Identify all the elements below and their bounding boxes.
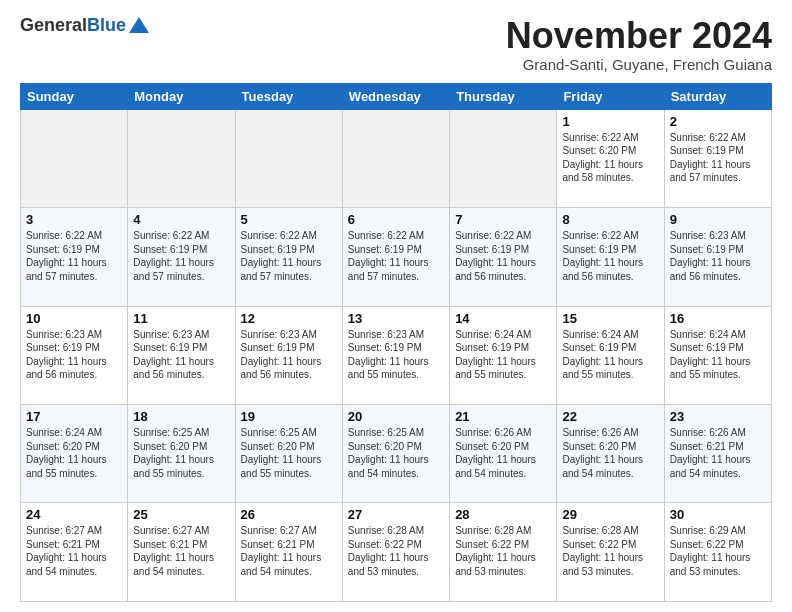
- calendar-cell: 6Sunrise: 6:22 AM Sunset: 6:19 PM Daylig…: [342, 208, 449, 306]
- day-info: Sunrise: 6:28 AM Sunset: 6:22 PM Dayligh…: [562, 524, 658, 578]
- calendar-cell: 8Sunrise: 6:22 AM Sunset: 6:19 PM Daylig…: [557, 208, 664, 306]
- day-number: 4: [133, 212, 229, 227]
- day-number: 26: [241, 507, 337, 522]
- day-info: Sunrise: 6:22 AM Sunset: 6:19 PM Dayligh…: [26, 229, 122, 283]
- day-number: 20: [348, 409, 444, 424]
- calendar-cell: [21, 109, 128, 207]
- day-info: Sunrise: 6:26 AM Sunset: 6:21 PM Dayligh…: [670, 426, 766, 480]
- day-number: 15: [562, 311, 658, 326]
- day-info: Sunrise: 6:27 AM Sunset: 6:21 PM Dayligh…: [26, 524, 122, 578]
- day-info: Sunrise: 6:27 AM Sunset: 6:21 PM Dayligh…: [133, 524, 229, 578]
- day-info: Sunrise: 6:27 AM Sunset: 6:21 PM Dayligh…: [241, 524, 337, 578]
- calendar-cell: 22Sunrise: 6:26 AM Sunset: 6:20 PM Dayli…: [557, 405, 664, 503]
- day-info: Sunrise: 6:22 AM Sunset: 6:19 PM Dayligh…: [562, 229, 658, 283]
- day-number: 13: [348, 311, 444, 326]
- title-area: November 2024 Grand-Santi, Guyane, Frenc…: [506, 16, 772, 73]
- day-number: 30: [670, 507, 766, 522]
- calendar-cell: 13Sunrise: 6:23 AM Sunset: 6:19 PM Dayli…: [342, 306, 449, 404]
- day-number: 10: [26, 311, 122, 326]
- day-info: Sunrise: 6:22 AM Sunset: 6:19 PM Dayligh…: [670, 131, 766, 185]
- calendar-cell: [450, 109, 557, 207]
- day-number: 17: [26, 409, 122, 424]
- day-info: Sunrise: 6:28 AM Sunset: 6:22 PM Dayligh…: [348, 524, 444, 578]
- calendar-cell: 4Sunrise: 6:22 AM Sunset: 6:19 PM Daylig…: [128, 208, 235, 306]
- day-number: 24: [26, 507, 122, 522]
- day-number: 8: [562, 212, 658, 227]
- day-info: Sunrise: 6:23 AM Sunset: 6:19 PM Dayligh…: [670, 229, 766, 283]
- day-info: Sunrise: 6:28 AM Sunset: 6:22 PM Dayligh…: [455, 524, 551, 578]
- day-number: 23: [670, 409, 766, 424]
- day-number: 2: [670, 114, 766, 129]
- calendar-cell: 25Sunrise: 6:27 AM Sunset: 6:21 PM Dayli…: [128, 503, 235, 602]
- day-number: 12: [241, 311, 337, 326]
- day-info: Sunrise: 6:23 AM Sunset: 6:19 PM Dayligh…: [133, 328, 229, 382]
- calendar-cell: 3Sunrise: 6:22 AM Sunset: 6:19 PM Daylig…: [21, 208, 128, 306]
- day-number: 16: [670, 311, 766, 326]
- calendar-cell: [342, 109, 449, 207]
- day-info: Sunrise: 6:24 AM Sunset: 6:19 PM Dayligh…: [455, 328, 551, 382]
- calendar-cell: 7Sunrise: 6:22 AM Sunset: 6:19 PM Daylig…: [450, 208, 557, 306]
- calendar-cell: 11Sunrise: 6:23 AM Sunset: 6:19 PM Dayli…: [128, 306, 235, 404]
- day-number: 22: [562, 409, 658, 424]
- logo: GeneralBlue: [20, 16, 149, 34]
- day-info: Sunrise: 6:23 AM Sunset: 6:19 PM Dayligh…: [26, 328, 122, 382]
- calendar-cell: 23Sunrise: 6:26 AM Sunset: 6:21 PM Dayli…: [664, 405, 771, 503]
- day-info: Sunrise: 6:24 AM Sunset: 6:20 PM Dayligh…: [26, 426, 122, 480]
- day-info: Sunrise: 6:22 AM Sunset: 6:19 PM Dayligh…: [455, 229, 551, 283]
- calendar-cell: 20Sunrise: 6:25 AM Sunset: 6:20 PM Dayli…: [342, 405, 449, 503]
- calendar-week-3: 17Sunrise: 6:24 AM Sunset: 6:20 PM Dayli…: [21, 405, 772, 503]
- logo-blue: Blue: [87, 15, 126, 35]
- calendar-cell: [235, 109, 342, 207]
- logo-general: General: [20, 15, 87, 35]
- calendar-week-1: 3Sunrise: 6:22 AM Sunset: 6:19 PM Daylig…: [21, 208, 772, 306]
- calendar-week-0: 1Sunrise: 6:22 AM Sunset: 6:20 PM Daylig…: [21, 109, 772, 207]
- calendar-cell: 16Sunrise: 6:24 AM Sunset: 6:19 PM Dayli…: [664, 306, 771, 404]
- day-number: 6: [348, 212, 444, 227]
- day-info: Sunrise: 6:26 AM Sunset: 6:20 PM Dayligh…: [455, 426, 551, 480]
- page: GeneralBlue November 2024 Grand-Santi, G…: [0, 0, 792, 612]
- day-number: 21: [455, 409, 551, 424]
- col-saturday: Saturday: [664, 83, 771, 109]
- day-number: 29: [562, 507, 658, 522]
- calendar-cell: 24Sunrise: 6:27 AM Sunset: 6:21 PM Dayli…: [21, 503, 128, 602]
- calendar-cell: 5Sunrise: 6:22 AM Sunset: 6:19 PM Daylig…: [235, 208, 342, 306]
- day-info: Sunrise: 6:25 AM Sunset: 6:20 PM Dayligh…: [133, 426, 229, 480]
- calendar-cell: 1Sunrise: 6:22 AM Sunset: 6:20 PM Daylig…: [557, 109, 664, 207]
- calendar-cell: 21Sunrise: 6:26 AM Sunset: 6:20 PM Dayli…: [450, 405, 557, 503]
- month-title: November 2024: [506, 16, 772, 56]
- day-number: 3: [26, 212, 122, 227]
- calendar-table: Sunday Monday Tuesday Wednesday Thursday…: [20, 83, 772, 602]
- col-tuesday: Tuesday: [235, 83, 342, 109]
- day-info: Sunrise: 6:23 AM Sunset: 6:19 PM Dayligh…: [348, 328, 444, 382]
- calendar-cell: 14Sunrise: 6:24 AM Sunset: 6:19 PM Dayli…: [450, 306, 557, 404]
- day-info: Sunrise: 6:22 AM Sunset: 6:20 PM Dayligh…: [562, 131, 658, 185]
- day-number: 18: [133, 409, 229, 424]
- day-number: 11: [133, 311, 229, 326]
- col-sunday: Sunday: [21, 83, 128, 109]
- day-info: Sunrise: 6:24 AM Sunset: 6:19 PM Dayligh…: [670, 328, 766, 382]
- day-info: Sunrise: 6:25 AM Sunset: 6:20 PM Dayligh…: [348, 426, 444, 480]
- calendar-week-4: 24Sunrise: 6:27 AM Sunset: 6:21 PM Dayli…: [21, 503, 772, 602]
- calendar-cell: 27Sunrise: 6:28 AM Sunset: 6:22 PM Dayli…: [342, 503, 449, 602]
- day-number: 1: [562, 114, 658, 129]
- col-friday: Friday: [557, 83, 664, 109]
- calendar-cell: 17Sunrise: 6:24 AM Sunset: 6:20 PM Dayli…: [21, 405, 128, 503]
- day-info: Sunrise: 6:25 AM Sunset: 6:20 PM Dayligh…: [241, 426, 337, 480]
- calendar-week-2: 10Sunrise: 6:23 AM Sunset: 6:19 PM Dayli…: [21, 306, 772, 404]
- calendar-cell: 30Sunrise: 6:29 AM Sunset: 6:22 PM Dayli…: [664, 503, 771, 602]
- calendar-cell: 18Sunrise: 6:25 AM Sunset: 6:20 PM Dayli…: [128, 405, 235, 503]
- calendar-cell: 12Sunrise: 6:23 AM Sunset: 6:19 PM Dayli…: [235, 306, 342, 404]
- calendar-cell: 15Sunrise: 6:24 AM Sunset: 6:19 PM Dayli…: [557, 306, 664, 404]
- calendar-cell: 2Sunrise: 6:22 AM Sunset: 6:19 PM Daylig…: [664, 109, 771, 207]
- day-info: Sunrise: 6:26 AM Sunset: 6:20 PM Dayligh…: [562, 426, 658, 480]
- day-info: Sunrise: 6:22 AM Sunset: 6:19 PM Dayligh…: [241, 229, 337, 283]
- day-info: Sunrise: 6:29 AM Sunset: 6:22 PM Dayligh…: [670, 524, 766, 578]
- calendar-cell: 9Sunrise: 6:23 AM Sunset: 6:19 PM Daylig…: [664, 208, 771, 306]
- day-info: Sunrise: 6:22 AM Sunset: 6:19 PM Dayligh…: [133, 229, 229, 283]
- logo-icon: [129, 17, 149, 33]
- calendar-cell: 26Sunrise: 6:27 AM Sunset: 6:21 PM Dayli…: [235, 503, 342, 602]
- calendar-cell: 19Sunrise: 6:25 AM Sunset: 6:20 PM Dayli…: [235, 405, 342, 503]
- calendar-header-row: Sunday Monday Tuesday Wednesday Thursday…: [21, 83, 772, 109]
- col-wednesday: Wednesday: [342, 83, 449, 109]
- day-number: 7: [455, 212, 551, 227]
